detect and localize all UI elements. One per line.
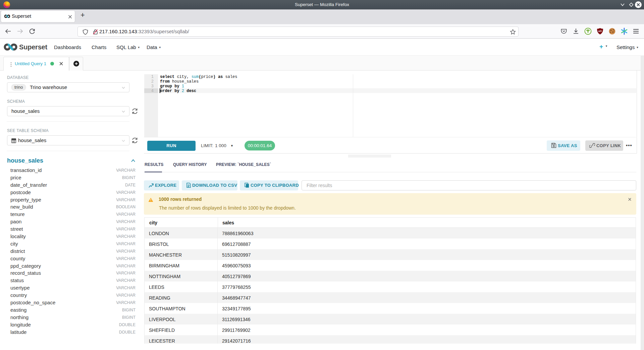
svg-text:uO: uO bbox=[598, 30, 602, 33]
